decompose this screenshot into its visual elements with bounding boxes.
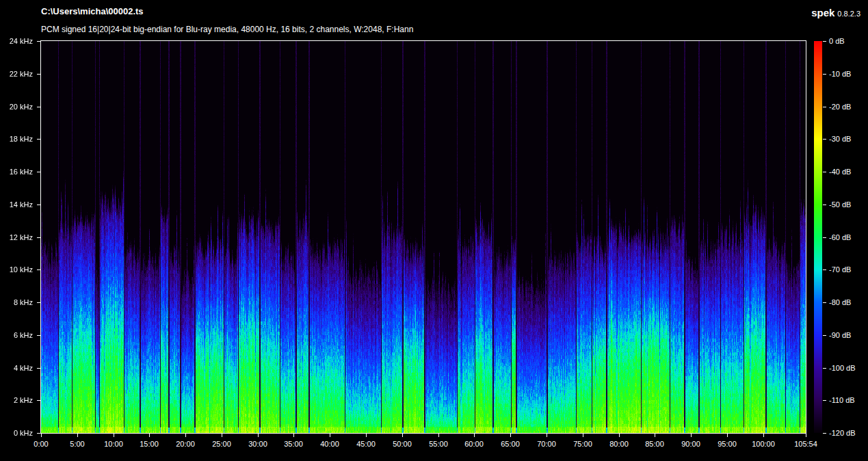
db-axis-label: -30 dB xyxy=(829,135,851,143)
time-tick xyxy=(222,434,222,437)
time-axis-label: 85:00 xyxy=(637,440,672,449)
time-tick xyxy=(727,434,728,437)
db-axis-label: -60 dB xyxy=(829,233,851,241)
db-tick xyxy=(823,237,826,238)
time-tick xyxy=(691,434,692,437)
app-version: 0.8.2.3 xyxy=(837,10,860,18)
freq-tick xyxy=(37,302,40,303)
freq-tick xyxy=(37,269,40,270)
freq-axis-label: 10 kHz xyxy=(0,265,33,274)
db-tick xyxy=(823,433,826,434)
freq-axis-label: 0 kHz xyxy=(0,429,33,437)
freq-tick xyxy=(37,237,40,238)
time-axis-label: 30:00 xyxy=(240,440,276,449)
db-axis-label: -110 dB xyxy=(829,396,855,404)
freq-axis-label: 20 kHz xyxy=(0,103,33,111)
time-axis-label: 40:00 xyxy=(312,440,347,449)
stream-info-subtitle: PCM signed 16|20|24-bit big-endian for B… xyxy=(41,25,413,34)
spek-window: C:\Users\micha\00002.ts PCM signed 16|20… xyxy=(0,0,868,461)
freq-tick xyxy=(37,368,40,369)
db-axis-label: -10 dB xyxy=(829,70,851,78)
time-tick xyxy=(806,434,806,437)
time-axis-label: 55:00 xyxy=(421,440,456,449)
db-tick xyxy=(823,335,826,336)
freq-tick xyxy=(37,172,40,172)
time-axis-label: 20:00 xyxy=(168,440,203,449)
time-tick xyxy=(474,434,475,437)
freq-axis-label: 18 kHz xyxy=(0,135,33,143)
db-tick xyxy=(823,107,826,107)
time-tick xyxy=(510,434,511,437)
time-tick xyxy=(149,434,150,437)
db-tick xyxy=(823,302,826,303)
db-tick xyxy=(823,41,826,42)
freq-axis-label: 12 kHz xyxy=(0,233,33,241)
time-axis-label: 75:00 xyxy=(565,440,601,449)
db-tick xyxy=(823,74,826,75)
freq-tick xyxy=(37,433,40,434)
db-axis-label: -40 dB xyxy=(829,168,851,176)
time-axis-label: 25:00 xyxy=(204,440,239,449)
freq-axis-label: 14 kHz xyxy=(0,200,33,209)
time-axis-label: 0:00 xyxy=(23,440,59,449)
time-axis-label: 10:00 xyxy=(96,440,131,449)
freq-tick xyxy=(37,41,40,42)
time-tick xyxy=(583,434,583,437)
db-tick xyxy=(823,269,826,270)
freq-axis-label: 16 kHz xyxy=(0,168,33,176)
time-tick xyxy=(330,434,330,437)
freq-axis-label: 4 kHz xyxy=(0,364,33,372)
db-axis-label: -90 dB xyxy=(829,331,851,339)
time-axis-label: 90:00 xyxy=(673,440,709,449)
freq-tick xyxy=(37,107,40,107)
time-tick xyxy=(655,434,655,437)
freq-tick xyxy=(37,205,40,205)
spectrogram-canvas xyxy=(41,41,806,433)
freq-axis-label: 8 kHz xyxy=(0,298,33,306)
db-axis-label: 0 dB xyxy=(829,37,845,45)
freq-axis-label: 22 kHz xyxy=(0,70,33,78)
time-axis-label: 105:54 xyxy=(788,440,824,449)
time-tick xyxy=(763,434,764,437)
freq-axis-label: 6 kHz xyxy=(0,331,33,339)
time-tick xyxy=(77,434,78,437)
app-brand: spek0.8.2.3 xyxy=(811,7,860,19)
time-tick xyxy=(438,434,439,437)
db-axis-label: -80 dB xyxy=(829,298,851,306)
db-legend-colorbar xyxy=(814,41,822,433)
time-axis-label: 60:00 xyxy=(456,440,492,449)
db-tick xyxy=(823,139,826,140)
db-tick xyxy=(823,400,826,401)
freq-tick xyxy=(37,400,40,401)
time-axis-label: 100:00 xyxy=(746,440,781,449)
freq-tick xyxy=(37,335,40,336)
db-tick xyxy=(823,172,826,172)
freq-tick xyxy=(37,139,40,140)
db-tick xyxy=(823,368,826,369)
time-tick xyxy=(402,434,403,437)
time-tick xyxy=(366,434,367,437)
db-axis-label: -70 dB xyxy=(829,265,851,274)
time-axis-label: 5:00 xyxy=(60,440,95,449)
time-tick xyxy=(619,434,620,437)
time-axis-label: 65:00 xyxy=(492,440,528,449)
time-axis-label: 70:00 xyxy=(529,440,564,449)
time-axis-label: 50:00 xyxy=(384,440,420,449)
db-axis-label: -120 dB xyxy=(829,429,856,437)
time-tick xyxy=(185,434,186,437)
db-axis-label: -100 dB xyxy=(829,364,856,372)
file-path-title: C:\Users\micha\00002.ts xyxy=(41,6,144,16)
time-tick xyxy=(258,434,259,437)
time-axis-label: 80:00 xyxy=(601,440,637,449)
time-axis-label: 35:00 xyxy=(276,440,311,449)
freq-tick xyxy=(37,74,40,75)
db-axis-label: -50 dB xyxy=(829,200,851,209)
time-tick xyxy=(547,434,547,437)
freq-axis-label: 24 kHz xyxy=(0,37,33,45)
time-tick xyxy=(293,434,294,437)
time-tick xyxy=(41,434,42,437)
time-tick xyxy=(114,434,114,437)
freq-axis-label: 2 kHz xyxy=(0,396,33,404)
app-name: spek xyxy=(811,7,834,18)
time-axis-label: 45:00 xyxy=(348,440,384,449)
